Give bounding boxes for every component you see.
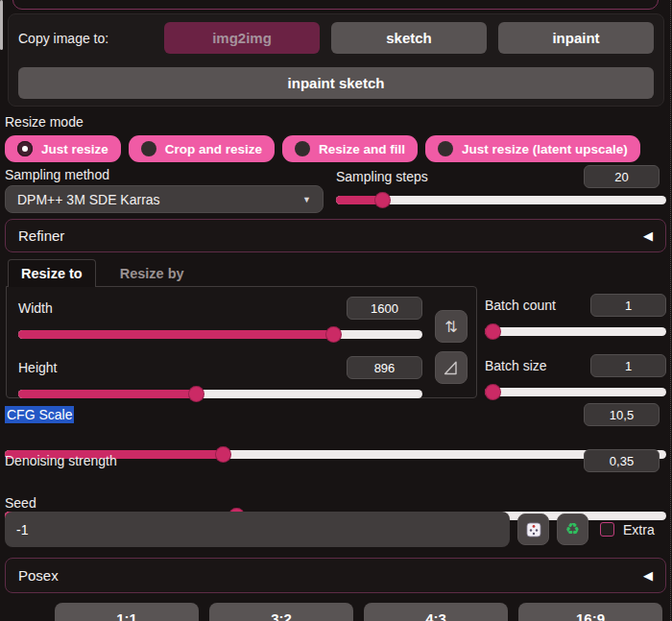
posex-accordion[interactable]: Posex ◀ xyxy=(5,558,666,593)
copy-to-inpaint-button[interactable]: inpaint xyxy=(498,22,654,54)
radio-unselected-icon xyxy=(295,141,310,156)
radio-label: Crop and resize xyxy=(165,142,262,156)
batch-size-slider[interactable] xyxy=(485,384,666,400)
resize-mode-label: Resize mode xyxy=(5,114,84,130)
radio-selected-icon xyxy=(17,141,33,156)
radio-label: Resize and fill xyxy=(319,142,405,156)
triangle-ruler-icon xyxy=(442,358,461,377)
sampling-method-value: DPM++ 3M SDE Karras xyxy=(17,192,160,207)
batch-size-label: Batch size xyxy=(485,358,547,373)
slider-handle[interactable] xyxy=(485,384,501,400)
copy-image-panel: Copy image to: img2img sketch inpaint in… xyxy=(8,13,664,107)
resize-tab-bar: Resize to Resize by xyxy=(8,259,208,287)
copy-to-inpaint-sketch-button[interactable]: inpaint sketch xyxy=(18,67,654,99)
slider-handle[interactable] xyxy=(374,192,391,208)
sampling-steps-input[interactable] xyxy=(584,165,660,188)
aspect-ratio-button[interactable] xyxy=(435,351,468,384)
swap-icon: ⇅ xyxy=(444,318,457,336)
height-slider[interactable] xyxy=(18,386,422,402)
radio-unselected-icon xyxy=(141,141,156,156)
tab-resize-by[interactable]: Resize by xyxy=(96,259,208,287)
height-label: Height xyxy=(18,360,57,375)
sampling-steps-label: Sampling steps xyxy=(336,169,428,184)
scrollbar-remnant[interactable] xyxy=(0,0,3,50)
slider-handle[interactable] xyxy=(188,386,204,402)
cfg-scale-label: CFG Scale xyxy=(5,406,74,423)
radio-label: Just resize (latent upscale) xyxy=(462,142,628,156)
width-label: Width xyxy=(18,300,53,316)
aspect-16-9-button[interactable]: 16:9 xyxy=(518,603,662,621)
sampling-steps-slider[interactable] xyxy=(336,192,666,208)
batch-count-slider[interactable] xyxy=(485,323,666,340)
aspect-4-3-button[interactable]: 4:3 xyxy=(364,603,508,621)
random-seed-button[interactable] xyxy=(517,514,549,545)
previous-accordion-remnant xyxy=(12,0,659,10)
posex-title: Posex xyxy=(18,567,59,584)
radio-unselected-icon xyxy=(438,141,453,156)
refiner-accordion[interactable]: Refiner ◀ xyxy=(5,219,666,252)
copy-image-to-label: Copy image to: xyxy=(18,31,153,46)
radio-label: Just resize xyxy=(41,142,108,156)
denoising-strength-label: Denoising strength xyxy=(5,453,117,468)
aspect-3-2-button[interactable]: 3:2 xyxy=(209,603,353,621)
batch-column: Batch count Batch size xyxy=(485,293,666,400)
width-input[interactable] xyxy=(347,297,422,320)
dice-icon xyxy=(525,521,542,538)
swap-width-height-button[interactable]: ⇅ xyxy=(435,310,468,343)
aspect-ratio-row: 1:1 3:2 4:3 16:9 xyxy=(55,603,662,621)
resize-to-panel: Width Height ⇅ xyxy=(6,286,477,398)
resize-mode-radio-group: Just resize Crop and resize Resize and f… xyxy=(5,135,640,162)
radio-resize-and-fill[interactable]: Resize and fill xyxy=(282,135,418,162)
recycle-icon: ♻ xyxy=(565,519,580,539)
copy-to-sketch-button[interactable]: sketch xyxy=(331,22,487,54)
tab-resize-to[interactable]: Resize to xyxy=(8,259,96,287)
sampling-method-dropdown[interactable]: DPM++ 3M SDE Karras ▼ xyxy=(5,185,324,213)
extra-seed-checkbox[interactable] xyxy=(600,522,614,537)
denoising-strength-input[interactable] xyxy=(584,449,660,472)
collapse-left-icon: ◀ xyxy=(643,568,653,583)
seed-input[interactable] xyxy=(5,512,510,547)
img2img-panel: Copy image to: img2img sketch inpaint in… xyxy=(0,0,672,621)
sampling-method-label: Sampling method xyxy=(5,167,109,182)
refiner-title: Refiner xyxy=(18,227,64,244)
seed-label: Seed xyxy=(5,495,36,511)
width-slider[interactable] xyxy=(18,326,422,343)
chevron-down-icon: ▼ xyxy=(302,195,311,204)
height-input[interactable] xyxy=(347,356,422,379)
batch-count-input[interactable] xyxy=(590,294,666,317)
batch-count-label: Batch count xyxy=(485,298,556,313)
collapse-left-icon: ◀ xyxy=(643,228,653,243)
radio-crop-and-resize[interactable]: Crop and resize xyxy=(129,135,275,162)
reuse-seed-button[interactable]: ♻ xyxy=(557,514,588,545)
slider-handle[interactable] xyxy=(325,326,342,343)
radio-just-resize-latent-upscale[interactable]: Just resize (latent upscale) xyxy=(425,135,640,162)
slider-handle[interactable] xyxy=(485,323,501,340)
copy-to-img2img-button[interactable]: img2img xyxy=(164,22,320,54)
batch-size-input[interactable] xyxy=(590,354,666,377)
radio-just-resize[interactable]: Just resize xyxy=(5,135,121,162)
extra-label: Extra xyxy=(623,522,655,537)
cfg-scale-input[interactable] xyxy=(584,403,660,426)
aspect-1-1-button[interactable]: 1:1 xyxy=(55,603,199,621)
